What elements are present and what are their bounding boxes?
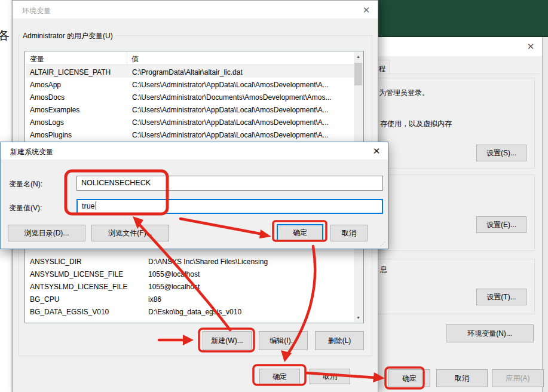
row-name: AmosLogs <box>30 118 64 127</box>
table-row[interactable]: ANTSYSLMD_LICENSE_FILE 1055@localhost <box>26 280 354 292</box>
row-name: AmosApp <box>30 81 61 89</box>
browse-directory-button[interactable]: 浏览目录(D)... <box>8 225 85 241</box>
table-row[interactable]: ALTAIR_LICENSE_PATH C:\ProgramData\Altai… <box>26 65 354 78</box>
admin-text-fragment: 为管理员登录。 <box>379 88 429 98</box>
row-value: 1055@localhost <box>148 270 353 278</box>
scrollbar[interactable]: ▼ <box>354 243 363 322</box>
sysprops-titlebar <box>378 37 542 56</box>
column-header-value[interactable]: 值 <box>131 54 139 65</box>
row-value: C:\Users\Administrator\AppData\Local\Amo… <box>132 131 353 139</box>
resize-grip-icon[interactable]: ⋰ <box>380 241 386 247</box>
row-value: D:\ANSYS Inc\Shared Files\Licensing <box>148 258 353 266</box>
table-row[interactable]: BG_CPU ix86 <box>26 292 354 305</box>
table-row[interactable]: ANSYSLMD_LICENSE_FILE 1055@localhost <box>26 267 354 280</box>
row-name: ALTAIR_LICENSE_PATH <box>30 68 111 76</box>
user-variables-table: 变量 值 ALTAIR_LICENSE_PATH C:\ProgramData\… <box>25 51 364 155</box>
row-name: BG_CPU <box>30 295 59 304</box>
row-value: C:\Users\Administrator\AppData\Local\Amo… <box>132 106 353 114</box>
table-row[interactable]: AmosPlugins C:\Users\Administrator\AppDa… <box>26 128 354 140</box>
memory-text-fragment: 存使用，以及虚拟内存 <box>380 119 452 129</box>
scroll-up-icon[interactable]: ▲ <box>354 52 363 61</box>
row-value: ix86 <box>148 295 353 304</box>
envdlg-titlebar <box>13 1 378 19</box>
newvar-close-icon[interactable]: ✕ <box>369 146 384 157</box>
row-name: AmosPlugins <box>30 131 72 139</box>
scrollbar[interactable]: ▲ <box>354 52 363 154</box>
new-system-variable-button[interactable]: 新建(W)... <box>203 331 252 350</box>
table-row[interactable]: AmosDocs C:\Users\Administrator\Document… <box>26 90 354 103</box>
sysprops-close-icon[interactable]: ✕ <box>524 41 537 53</box>
row-value: 1055@localhost <box>148 283 353 291</box>
variable-value-value: true <box>82 202 95 210</box>
row-value: C:\ProgramData\Altair\altair_lic.dat <box>132 68 353 76</box>
newvar-title: 新建系统变量 <box>10 147 53 157</box>
new-system-variable-dialog: 新建系统变量 ✕ 变量名(N): NOLICENSECHECK 变量值(V): … <box>0 142 388 249</box>
background-edge-strip <box>543 37 548 392</box>
text-caret <box>96 201 96 210</box>
table-header: 变量 值 <box>25 51 363 65</box>
envdlg-cancel-button[interactable]: 取消 <box>310 369 350 384</box>
newvar-titlebar <box>1 142 388 160</box>
table-row[interactable]: BG_DATA_EGSIS_V010 D:\Esko\bg_data_egsis… <box>26 305 354 317</box>
envdlg-ok-button[interactable]: 确定 <box>259 369 300 384</box>
desktop-green-band <box>378 0 548 37</box>
background-text-fragment: 各 <box>0 27 10 44</box>
environment-variables-button[interactable]: 环境变量(N)... <box>446 324 534 342</box>
table-row[interactable]: AmosLogs C:\Users\Administrator\AppData\… <box>26 115 354 128</box>
row-value: C:\Users\Administrator\Documents\AmosDev… <box>132 93 353 102</box>
row-value: D:\Esko\bg_data_egsis_v010 <box>148 308 353 316</box>
variable-value-label: 变量值(V): <box>9 203 42 213</box>
row-name: ANSYSLMD_LICENSE_FILE <box>30 270 123 278</box>
screen: 各 ✕ 程 为管理员登录。 存使用，以及虚拟内存 设置(S)... 设置(E).… <box>0 0 548 392</box>
settings-e-button[interactable]: 设置(E)... <box>476 216 526 233</box>
info-text-fragment: 息 <box>380 265 387 275</box>
variable-value-input[interactable]: true <box>76 199 383 214</box>
row-name: BG_DATA_EGSIS_V010 <box>30 308 109 316</box>
sysprops-ok-button[interactable]: 确定 <box>388 369 430 387</box>
user-variables-group-label: Administrator 的用户变量(U) <box>20 31 115 41</box>
row-name: ANSYSLIC_DIR <box>30 258 82 266</box>
row-value: C:\Users\Administrator\AppData\Local\Amo… <box>132 118 353 127</box>
table-row[interactable]: AmosApp C:\Users\Administrator\AppData\L… <box>26 78 354 90</box>
table-row[interactable]: ANSYSLIC_DIR D:\ANSYS Inc\Shared Files\L… <box>26 255 354 267</box>
system-variables-table: ANSYSLIC_DIR D:\ANSYS Inc\Shared Files\L… <box>25 242 364 323</box>
sysprops-cancel-button[interactable]: 取消 <box>436 369 488 387</box>
row-name: ANTSYSLMD_LICENSE_FILE <box>30 283 127 291</box>
settings-t-button[interactable]: 设置(T)... <box>476 289 526 305</box>
newvar-ok-button[interactable]: 确定 <box>277 224 323 241</box>
envdlg-title: 环境变量 <box>22 6 51 16</box>
variable-name-value: NOLICENSECHECK <box>81 179 151 187</box>
variable-name-label: 变量名(N): <box>9 179 42 189</box>
tab-page-border <box>378 74 540 74</box>
settings-s-button[interactable]: 设置(S)... <box>476 145 526 161</box>
variable-name-input[interactable]: NOLICENSECHECK <box>76 176 383 191</box>
envdlg-close-icon[interactable]: ✕ <box>359 5 374 16</box>
row-value: C:\Users\Administrator\AppData\Local\Amo… <box>132 81 353 89</box>
newvar-cancel-button[interactable]: 取消 <box>330 225 368 241</box>
scrollbar-thumb[interactable] <box>354 63 362 85</box>
browse-file-button[interactable]: 浏览文件(F)... <box>91 225 169 241</box>
edit-system-variable-button[interactable]: 编辑(I)... <box>259 331 308 350</box>
column-separator[interactable] <box>127 51 127 65</box>
scroll-down-icon[interactable]: ▼ <box>354 313 363 322</box>
row-name: AmosDocs <box>30 93 65 102</box>
sysprops-apply-button[interactable]: 应用(A) <box>492 369 544 387</box>
row-name: AmosExamples <box>30 106 79 114</box>
system-properties-dialog: ✕ 程 为管理员登录。 存使用，以及虚拟内存 设置(S)... 设置(E)...… <box>378 37 543 392</box>
table-row[interactable]: AmosExamples C:\Users\Administrator\AppD… <box>26 103 354 115</box>
delete-system-variable-button[interactable]: 删除(L) <box>315 331 364 350</box>
column-header-name[interactable]: 变量 <box>30 54 44 65</box>
